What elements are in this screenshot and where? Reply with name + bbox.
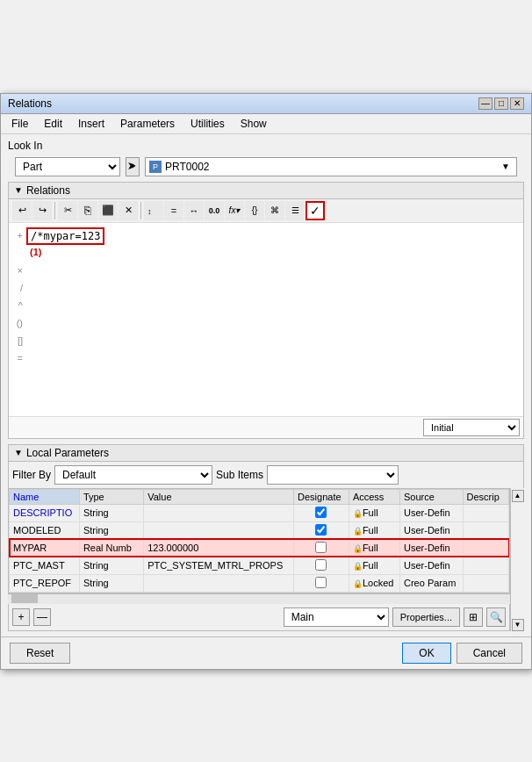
minimize-button[interactable]: — [478, 97, 492, 110]
menu-show[interactable]: Show [234, 116, 274, 132]
ok-button[interactable]: OK [402, 643, 450, 664]
cut-button[interactable]: ✂ [58, 201, 77, 220]
param-descrip-cell [463, 504, 508, 521]
param-type-cell: String [79, 557, 143, 574]
table-row[interactable]: PTC_MASTStringPTC_SYSTEM_MTRL_PROPS🔒Full… [10, 557, 509, 574]
annotation-1-label: (1) [30, 247, 41, 257]
param-designate-cell[interactable] [294, 504, 349, 521]
comment-button[interactable]: ⌘ [265, 201, 284, 220]
window-title: Relations [8, 97, 52, 110]
lock-icon: 🔒 [353, 527, 363, 536]
relations-section: ▼ Relations ↩ ↪ ✂ ⎘ ⬛ ✕ ↕ = ↔ 0.0 fx▾ {} [8, 182, 524, 439]
initial-select[interactable]: Initial Locked Full [423, 419, 520, 436]
param-access-cell: 🔒Full [349, 504, 399, 521]
param-descrip-cell [463, 574, 508, 592]
param-value-cell: PTC_SYSTEM_MTRL_PROPS [144, 557, 294, 574]
scroll-down-button[interactable]: ▼ [512, 619, 524, 631]
table-row[interactable]: MYPARReal Numb123.000000🔒FullUser-Defin [10, 539, 509, 557]
table-row[interactable]: PTC_REPOFString🔒LockedCreo Param [10, 574, 509, 592]
relations-header: ▼ Relations [9, 183, 523, 199]
look-in-section: Look In Part ⮞ P PRT0002 ▼ [8, 140, 524, 176]
menu-insert[interactable]: Insert [71, 116, 111, 132]
designate-checkbox[interactable] [315, 524, 327, 536]
table-row[interactable]: MODELEDString🔒FullUser-Defin [10, 521, 509, 539]
param-source-cell: User-Defin [400, 521, 464, 539]
braces-button[interactable]: {} [245, 201, 264, 220]
look-in-text: Look In [8, 140, 42, 152]
col-value: Value [144, 489, 294, 504]
col-designate: Designate [294, 489, 349, 504]
designate-checkbox[interactable] [315, 577, 327, 588]
param-name-cell: MODELED [10, 521, 80, 539]
footer-right-buttons: OK Cancel [402, 643, 522, 664]
filter-select[interactable]: Default All User-Defined [54, 465, 212, 485]
menu-file[interactable]: File [4, 116, 35, 132]
look-in-label: Look In [8, 140, 524, 152]
properties-button[interactable]: Properties... [392, 607, 460, 627]
part-dropdown-arrow[interactable]: ▼ [499, 157, 513, 176]
table-row[interactable]: DESCRIPTIOString🔒FullUser-Defin [10, 504, 509, 521]
local-params-section: ▼ Local Parameters Filter By Default All… [8, 444, 524, 631]
param-source-cell: Creo Param [400, 574, 464, 592]
menu-bar: File Edit Insert Parameters Utilities Sh… [1, 114, 531, 134]
param-value-cell [144, 504, 294, 521]
equals-button[interactable]: = [164, 201, 183, 220]
editor-line-eq: = [12, 349, 520, 367]
param-button[interactable]: 0.0 [205, 201, 224, 220]
lock-icon: 🔒 [353, 509, 363, 518]
grid-view-button[interactable]: ⊞ [464, 607, 483, 627]
sep1 [54, 202, 55, 219]
verify-button[interactable]: ☰ [285, 201, 305, 220]
menu-edit[interactable]: Edit [37, 116, 69, 132]
footer-bar: Reset OK Cancel [1, 636, 531, 669]
paste-button[interactable]: ⬛ [98, 201, 118, 220]
menu-parameters[interactable]: Parameters [113, 116, 182, 132]
param-designate-cell[interactable] [294, 521, 349, 539]
subitems-select[interactable] [267, 465, 399, 485]
reset-button[interactable]: Reset [10, 643, 70, 664]
param-designate-cell[interactable] [294, 557, 349, 574]
close-button[interactable]: ✕ [510, 97, 524, 110]
local-params-collapse-arrow[interactable]: ▼ [14, 448, 23, 457]
param-designate-cell[interactable] [294, 574, 349, 592]
remove-param-button[interactable]: — [33, 608, 51, 626]
designate-checkbox[interactable] [315, 559, 327, 571]
param-source-cell: User-Defin [400, 504, 464, 521]
lock-icon: 🔒 [353, 544, 363, 553]
add-param-button[interactable]: + [12, 608, 30, 626]
editor-line-1: + /*mypar=123 [12, 226, 520, 246]
scroll-up-button[interactable]: ▲ [512, 490, 524, 502]
copy-button[interactable]: ⎘ [78, 201, 97, 220]
param-designate-cell[interactable] [294, 539, 349, 557]
title-bar: Relations — □ ✕ [1, 94, 531, 114]
confirm-button[interactable]: ✓ [306, 201, 325, 220]
relations-collapse-arrow[interactable]: ▼ [14, 185, 23, 195]
relations-label: Relations [26, 184, 70, 197]
cursor-button[interactable]: ⮞ [126, 157, 140, 176]
col-source: Source [400, 489, 464, 504]
delete-button[interactable]: ✕ [119, 201, 138, 220]
search-button[interactable]: 🔍 [486, 607, 506, 627]
local-params-header: ▼ Local Parameters [8, 444, 524, 461]
switch-button[interactable]: ↔ [184, 201, 204, 220]
line-caret-prefix: ^ [12, 298, 23, 313]
sort-button[interactable]: ↕ [144, 201, 163, 220]
cancel-button[interactable]: Cancel [457, 643, 522, 664]
editor-line-x: × [12, 262, 520, 279]
undo-button[interactable]: ↩ [12, 201, 32, 220]
designate-checkbox[interactable] [315, 542, 327, 553]
part-type-select[interactable]: Part [15, 157, 120, 176]
param-name-cell: DESCRIPTIO [10, 504, 80, 521]
editor-line-div: / [12, 279, 520, 297]
code-input-highlighted[interactable]: /*mypar=123 [26, 227, 104, 245]
col-access: Access [349, 489, 399, 504]
redo-button[interactable]: ↪ [32, 201, 52, 220]
main-select[interactable]: Main Assembly Part [284, 607, 389, 627]
designate-checkbox[interactable] [315, 507, 327, 518]
fx-button[interactable]: fx▾ [225, 201, 244, 220]
maximize-button[interactable]: □ [494, 97, 508, 110]
param-name-cell: MYPAR [10, 539, 80, 557]
menu-utilities[interactable]: Utilities [183, 116, 232, 132]
horiz-scroll-thumb[interactable] [11, 594, 38, 603]
horiz-scrollbar[interactable] [8, 593, 510, 604]
